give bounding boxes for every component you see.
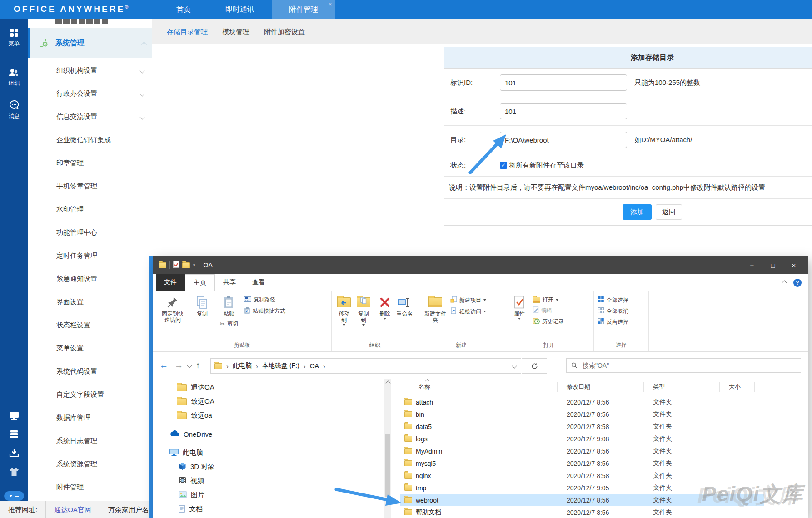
collapse-chevron-icon[interactable] xyxy=(141,42,146,47)
new-item-button[interactable]: 新建项目 xyxy=(450,296,486,304)
file-row-webroot[interactable]: webroot2020/12/7 8:56文件夹 xyxy=(400,494,764,506)
sidebar-item-org-structure[interactable]: 组织机构设置 xyxy=(28,59,152,82)
minimize-button[interactable]: − xyxy=(742,256,762,274)
tab-home[interactable]: 首页 xyxy=(159,0,208,19)
breadcrumb-this-pc[interactable]: 此电脑 xyxy=(233,362,252,370)
sidebar-item-custom-fields[interactable]: 自定义字段设置 xyxy=(28,383,152,406)
tree-item-this-pc[interactable]: 此电脑 xyxy=(153,446,384,460)
select-all-button[interactable]: 全部选择 xyxy=(598,296,628,304)
open-button[interactable]: 打开 xyxy=(533,296,564,304)
tree-item-zhiyuan-oa[interactable]: 致远OA xyxy=(153,395,384,409)
add-button[interactable]: 添加 xyxy=(623,204,652,220)
delete-button[interactable]: 删除 xyxy=(377,293,393,341)
rail-item-menu[interactable]: 菜单 xyxy=(0,27,28,48)
status-checkbox[interactable]: ✓ xyxy=(500,162,507,169)
explorer-titlebar[interactable]: ▾ OA − □ × xyxy=(153,256,808,274)
file-row-mysql5[interactable]: mysql52020/12/7 8:56文件夹 xyxy=(400,457,764,469)
history-dropdown-icon[interactable] xyxy=(187,363,192,368)
breadcrumb[interactable]: › 此电脑 › 本地磁盘 (F:) › OA › xyxy=(210,358,521,374)
file-row-logs[interactable]: logs2020/12/7 9:08文件夹 xyxy=(400,433,764,445)
paste-button[interactable]: 粘贴 xyxy=(222,293,236,318)
copy-button[interactable]: 复制 xyxy=(190,293,214,341)
tree-item-videos[interactable]: 视频 xyxy=(153,474,384,488)
tab-attachment-management[interactable]: 附件管理 × xyxy=(272,0,335,19)
sidebar-item-wechat-dingtalk[interactable]: 企业微信钉钉集成 xyxy=(28,128,152,152)
file-row-data5[interactable]: data52020/12/7 8:58文件夹 xyxy=(400,420,764,433)
breadcrumb-local-disk-f[interactable]: 本地磁盘 (F:) xyxy=(262,362,299,370)
column-date-modified[interactable]: 修改日期 xyxy=(558,382,644,392)
properties-quick-icon[interactable] xyxy=(173,261,179,269)
rail-collapse-pill[interactable] xyxy=(4,491,24,501)
sidebar-item-database[interactable]: 数据库管理 xyxy=(28,406,152,429)
sidebar-item-system-resources[interactable]: 系统资源管理 xyxy=(28,453,152,476)
tree-item-3d-objects[interactable]: 3D 对象 xyxy=(153,460,384,474)
file-row-myadmin[interactable]: MyAdmin2020/12/7 8:56文件夹 xyxy=(400,445,764,457)
sidebar-item-system-logs[interactable]: 系统日志管理 xyxy=(28,429,152,453)
subtab-storage-directory[interactable]: 存储目录管理 xyxy=(167,28,208,36)
tab-instant-messaging[interactable]: 即时通讯 xyxy=(208,0,272,19)
file-row-bin[interactable]: bin2020/12/7 8:56文件夹 xyxy=(400,408,764,420)
id-input[interactable] xyxy=(500,74,627,91)
sidebar-item-mobile-signature[interactable]: 手机签章管理 xyxy=(28,175,152,198)
file-row-tmp[interactable]: tmp2020/12/7 9:05文件夹 xyxy=(400,482,764,494)
directory-input[interactable] xyxy=(500,132,627,148)
ribbon-tab-home[interactable]: 主页 xyxy=(185,274,215,291)
properties-button[interactable]: 属性 xyxy=(508,293,531,341)
cut-button[interactable]: ✂ 剪切 xyxy=(220,320,238,328)
rail-item-server[interactable] xyxy=(0,429,28,439)
help-icon[interactable]: ? xyxy=(793,279,802,287)
sidebar-item-admin-office[interactable]: 行政办公设置 xyxy=(28,82,152,105)
breadcrumb-oa[interactable]: OA xyxy=(310,362,319,370)
sidebar-item-system-code[interactable]: 系统代码设置 xyxy=(28,360,152,383)
refresh-button[interactable] xyxy=(522,358,547,374)
subtab-attachment-encryption[interactable]: 附件加密设置 xyxy=(264,28,305,36)
maximize-button[interactable]: □ xyxy=(762,256,783,274)
rail-item-messages[interactable]: 消息 xyxy=(0,99,28,120)
sidebar-header-system-management[interactable]: 系统管理 xyxy=(28,28,152,58)
rail-item-download[interactable] xyxy=(0,448,28,458)
tree-item-onedrive[interactable]: OneDrive xyxy=(153,427,384,441)
sidebar-item-attachment-management[interactable]: 附件管理 xyxy=(28,476,152,499)
file-row-nginx[interactable]: nginx2020/12/7 8:58文件夹 xyxy=(400,469,764,482)
tree-item-zhiyuan-oa2[interactable]: 致远oa xyxy=(153,409,384,423)
column-name[interactable]: 名称 xyxy=(400,382,558,392)
ribbon-tab-share[interactable]: 共享 xyxy=(215,274,244,291)
sidebar-item-watermark[interactable]: 水印管理 xyxy=(28,198,152,221)
file-row-help-docs[interactable]: 帮助文档2020/12/7 8:56文件夹 xyxy=(400,506,764,518)
ribbon-tab-file[interactable]: 文件 xyxy=(156,274,185,291)
sidebar-item-interface-settings[interactable]: 界面设置 xyxy=(28,291,152,314)
menu-scrollbar[interactable] xyxy=(149,256,153,518)
rail-item-theme[interactable] xyxy=(0,466,28,477)
rail-item-desktop[interactable] xyxy=(0,410,28,420)
rename-button[interactable]: 重命名 xyxy=(395,293,414,341)
easy-access-button[interactable]: 轻松访问 xyxy=(450,307,486,316)
subtab-module-management[interactable]: 模块管理 xyxy=(222,28,249,36)
pin-to-quick-access-button[interactable]: 固定到快速访问 xyxy=(157,293,189,341)
sidebar-item-function-center[interactable]: 功能管理中心 xyxy=(28,221,152,244)
back-arrow-icon[interactable]: ← xyxy=(159,360,168,370)
tab-close-icon[interactable]: × xyxy=(329,2,332,7)
tree-item-tongda-oa[interactable]: 通达OA xyxy=(153,380,384,395)
description-input[interactable] xyxy=(500,103,627,119)
tree-item-pictures[interactable]: 图片 xyxy=(153,488,384,502)
forward-arrow-icon[interactable]: → xyxy=(174,360,183,370)
search-box[interactable] xyxy=(566,358,801,373)
sidebar-item-scheduled-tasks[interactable]: 定时任务管理 xyxy=(28,244,152,267)
up-arrow-icon[interactable]: ↑ xyxy=(196,360,200,370)
move-to-button[interactable]: 移动到 xyxy=(335,293,353,341)
tree-item-documents[interactable]: 文档 xyxy=(153,502,384,516)
ribbon-collapse-icon[interactable] xyxy=(782,280,787,285)
tree-scrollbar[interactable] xyxy=(384,379,391,518)
address-dropdown-icon[interactable] xyxy=(512,363,517,368)
tongda-official-link[interactable]: 通达OA官网 xyxy=(46,501,100,518)
close-button[interactable]: × xyxy=(783,256,804,274)
back-button[interactable]: 返回 xyxy=(656,204,682,220)
scroll-thumb[interactable] xyxy=(385,434,390,497)
new-folder-button[interactable]: 新建文件夹 xyxy=(422,293,448,341)
history-button[interactable]: 历史记录 xyxy=(533,317,564,326)
column-type[interactable]: 类型 xyxy=(644,382,720,392)
qat-dropdown-icon[interactable]: ▾ xyxy=(193,263,195,267)
sidebar-item-statusbar-settings[interactable]: 状态栏设置 xyxy=(28,314,152,337)
file-row-attach[interactable]: attach2020/12/7 8:56文件夹 xyxy=(400,396,764,408)
sidebar-item-emergency-notice[interactable]: 紧急通知设置 xyxy=(28,267,152,291)
